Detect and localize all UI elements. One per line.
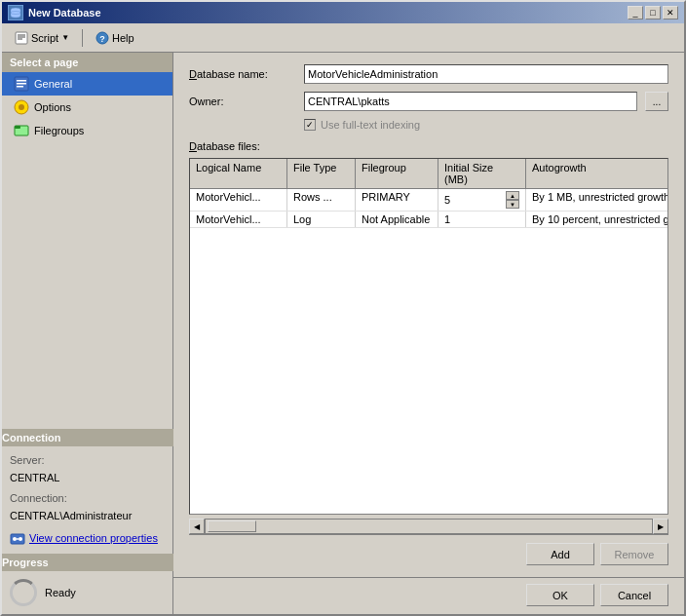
script-icon (15, 31, 28, 45)
scroll-thumb[interactable] (208, 520, 256, 532)
new-database-window: New Database _ □ ✕ Script ▼ ? Help (0, 0, 686, 616)
progress-content: Ready (2, 571, 172, 614)
close-button[interactable]: ✕ (663, 6, 678, 19)
ok-button[interactable]: OK (526, 584, 594, 606)
server-label: Server: (10, 452, 165, 470)
form-area: Database name: Owner: ... ✓ Use full-tex… (173, 53, 684, 577)
td-filegroup-2: Not Applicable (356, 212, 438, 227)
fulltext-checkbox[interactable]: ✓ (304, 119, 316, 131)
owner-browse-button[interactable]: ... (645, 92, 668, 111)
sidebar-item-general[interactable]: General (2, 72, 172, 96)
td-filetype-2: Log (287, 212, 356, 227)
table-body: MotorVehicl... Rows ... PRIMARY 5 ▲ ▼ By… (190, 189, 667, 514)
table-row[interactable]: MotorVehicl... Rows ... PRIMARY 5 ▲ ▼ By… (190, 189, 667, 212)
help-button[interactable]: ? Help (89, 27, 141, 49)
svg-text:?: ? (99, 34, 105, 44)
svg-point-1 (11, 12, 20, 15)
connection-link-icon (10, 531, 25, 547)
td-filegroup-1: PRIMARY (356, 189, 438, 211)
fulltext-checkbox-row: ✓ Use full-text indexing (189, 119, 668, 131)
progress-spinner (10, 579, 37, 606)
script-label: Script (31, 32, 58, 44)
svg-rect-9 (17, 80, 26, 82)
script-button[interactable]: Script ▼ (8, 27, 76, 49)
table-row[interactable]: MotorVehicl... Log Not Applicable 1 By 1… (190, 212, 667, 228)
options-icon (14, 99, 29, 115)
td-autogrowth-2: By 10 percent, unrestricted growth (526, 212, 667, 227)
th-logical-name: Logical Name (190, 159, 287, 188)
help-icon: ? (95, 31, 109, 45)
sidebar: Select a page General Options (2, 53, 173, 614)
files-section-label: Database files: (189, 140, 668, 152)
spin-down-1[interactable]: ▼ (506, 200, 519, 209)
connection-header: Connection (2, 429, 180, 446)
svg-rect-10 (17, 83, 26, 85)
connection-link-text: View connection properties (29, 530, 158, 548)
sidebar-item-filegroups[interactable]: Filegroups (2, 119, 172, 142)
sidebar-options-label: Options (34, 101, 71, 113)
toolbar: Script ▼ ? Help (2, 23, 684, 53)
db-name-input[interactable] (304, 64, 668, 84)
add-remove-buttons: Add Remove (189, 534, 668, 565)
connection-info: Server: CENTRAL Connection: CENTRAL\Admi… (2, 446, 172, 554)
minimize-button[interactable]: _ (628, 6, 643, 19)
general-icon (14, 76, 29, 92)
td-filetype-1: Rows ... (287, 189, 356, 211)
maximize-button[interactable]: □ (645, 6, 661, 19)
help-label: Help (112, 32, 134, 44)
fulltext-label: Use full-text indexing (321, 119, 420, 131)
filegroups-icon (14, 123, 29, 138)
th-autogrowth: Autogrowth (526, 159, 668, 188)
server-value: CENTRAL (10, 470, 165, 487)
db-name-label: Database name: (189, 68, 296, 80)
add-button[interactable]: Add (526, 543, 594, 565)
cancel-button[interactable]: Cancel (600, 584, 668, 606)
table-header: Logical Name File Type Filegroup Initial… (190, 159, 667, 189)
progress-section: Progress Ready (2, 554, 172, 614)
owner-input[interactable] (304, 92, 637, 111)
svg-rect-15 (15, 126, 20, 129)
td-initsize-1: 5 ▲ ▼ (438, 189, 526, 211)
sidebar-spacer (2, 142, 172, 429)
window-title: New Database (28, 7, 101, 19)
database-icon (8, 5, 23, 20)
th-filegroup: Filegroup (356, 159, 438, 188)
horizontal-scrollbar[interactable] (205, 519, 653, 534)
sidebar-header: Select a page (2, 53, 172, 72)
toolbar-separator (82, 29, 83, 47)
progress-status: Ready (45, 587, 76, 598)
th-file-type: File Type (287, 159, 356, 188)
sidebar-item-options[interactable]: Options (2, 96, 172, 119)
td-initsize-2: 1 (438, 212, 526, 227)
scroll-left-button[interactable]: ◀ (189, 519, 205, 534)
right-panel: Database name: Owner: ... ✓ Use full-tex… (173, 53, 684, 614)
progress-header: Progress (2, 554, 180, 571)
scroll-right-button[interactable]: ▶ (653, 519, 668, 534)
spin-button-1[interactable]: ▲ ▼ (506, 191, 519, 209)
script-dropdown-arrow: ▼ (61, 33, 69, 42)
title-bar-buttons: _ □ ✕ (628, 6, 678, 19)
table-footer: ◀ ▶ (189, 519, 668, 534)
owner-row: Owner: ... (189, 92, 668, 111)
view-connection-properties-link[interactable]: View connection properties (10, 530, 165, 548)
spin-up-1[interactable]: ▲ (506, 191, 519, 200)
sidebar-filegroups-label: Filegroups (34, 125, 84, 136)
td-autogrowth-1: By 1 MB, unrestricted growth (526, 189, 667, 211)
connection-value: CENTRAL\Administrateur (10, 508, 165, 525)
connection-label: Connection: (10, 490, 165, 508)
title-bar-left: New Database (8, 5, 101, 20)
main-content: Select a page General Options (2, 53, 684, 614)
owner-label: Owner: (189, 96, 296, 107)
svg-rect-2 (16, 32, 27, 44)
svg-rect-11 (17, 86, 23, 88)
ok-cancel-row: OK Cancel (173, 577, 684, 614)
td-logical-1: MotorVehicl... (190, 189, 287, 211)
db-name-row: Database name: (189, 64, 668, 84)
remove-button[interactable]: Remove (600, 543, 668, 565)
files-table: Logical Name File Type Filegroup Initial… (189, 158, 668, 515)
td-logical-2: MotorVehicl... (190, 212, 287, 227)
connection-section: Connection Server: CENTRAL Connection: C… (2, 429, 172, 554)
th-initial-size: Initial Size (MB) (438, 159, 526, 188)
title-bar: New Database _ □ ✕ (2, 2, 684, 23)
svg-point-13 (19, 104, 24, 110)
